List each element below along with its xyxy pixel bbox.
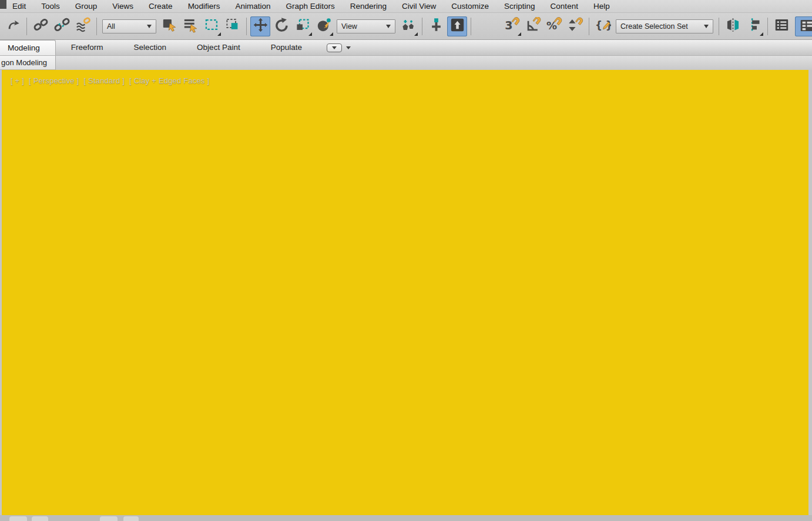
select-object-icon [162,17,177,35]
rectangular-selection-region-button[interactable] [202,16,222,36]
coordinate-system-value: View [341,22,357,31]
menu-tools[interactable]: Tools [33,1,68,12]
redo-button[interactable] [3,16,23,36]
select-and-move-button[interactable] [250,16,270,36]
status-strip-bump [123,516,139,521]
unlink-selection-button[interactable] [52,16,72,36]
rotate-icon [274,17,290,35]
ribbon-tab-modeling[interactable]: Modeling [0,40,56,55]
space-warp-icon [75,17,91,35]
ribbon-toggle-icon [798,18,812,36]
snaps-toggle-3d-button[interactable]: 3 [502,16,522,36]
percent-snap-icon: % [546,17,562,35]
svg-text:{ }: { } [595,19,611,31]
status-strip-bump [100,516,118,521]
toolbar-separator [246,18,247,35]
keyboard-shortcut-override-toggle-button[interactable] [447,16,467,36]
status-strip-bump [9,516,27,521]
angle-snap-toggle-button[interactable] [523,16,543,36]
viewport-active-border [2,70,808,515]
select-by-name-icon [183,17,199,35]
use-pivot-point-center-button[interactable] [398,16,418,36]
chevron-down-icon [386,25,391,28]
toggle-scene-explorer-button[interactable] [771,16,791,36]
select-and-link-button[interactable] [31,16,51,36]
menu-bar: Edit Tools Group Views Create Modifiers … [0,0,812,13]
edit-named-selection-sets-button[interactable]: { } [593,16,613,36]
window-corner-fragment [0,0,6,9]
ribbon-minimize-controls [327,40,351,55]
select-and-rotate-button[interactable] [271,16,291,36]
bind-to-space-warp-button[interactable] [73,16,93,36]
toolbar-separator [26,18,27,35]
align-button[interactable] [744,16,764,36]
menu-animation[interactable]: Animation [227,1,278,12]
select-object-button[interactable] [159,16,179,36]
window-crossing-toggle-button[interactable] [223,16,243,36]
menu-help[interactable]: Help [586,1,618,12]
flyout-corner-icon [518,32,521,36]
toolbar-separator [767,18,768,35]
menu-views[interactable]: Views [105,1,141,12]
selection-filter-dropdown[interactable]: All [102,19,156,33]
ribbon-tab-populate[interactable]: Populate [256,40,317,55]
viewport-margin-right [808,70,812,515]
select-and-place-button[interactable] [314,16,334,36]
ribbon-tab-object-paint[interactable]: Object Paint [182,40,256,55]
ribbon-minimize-button[interactable] [327,43,342,52]
flyout-corner-icon [330,32,333,36]
toolbar-separator [96,18,97,35]
toggle-ribbon-button[interactable] [795,16,812,36]
selection-filter-value: All [107,22,115,31]
select-and-scale-button[interactable] [293,16,313,36]
ribbon-tab-freeform[interactable]: Freeform [56,40,119,55]
select-by-name-button[interactable] [180,16,200,36]
ribbon-tab-bar: Modeling Freeform Selection Object Paint… [0,40,812,56]
main-toolbar: All [0,13,812,40]
reference-coordinate-system-dropdown[interactable]: View [337,19,395,33]
menu-create[interactable]: Create [141,1,180,12]
polygon-modeling-panel-tab[interactable]: gon Modeling [0,56,56,70]
menu-content[interactable]: Content [543,1,586,12]
selection-set-label: Create Selection Set [620,22,688,31]
menu-graph-editors[interactable]: Graph Editors [278,1,342,12]
chevron-down-icon [332,46,337,49]
selection-sets-icon: { } [595,17,611,35]
spinner-snap-toggle-button[interactable] [565,16,585,36]
unlink-icon [54,17,70,35]
mirror-button[interactable] [723,16,743,36]
scene-explorer-icon [774,17,790,35]
menu-group[interactable]: Group [68,1,105,12]
keyboard-override-icon [449,17,465,35]
menu-scripting[interactable]: Scripting [496,1,543,12]
mirror-icon [725,17,741,35]
viewport-pov-menu[interactable]: [ Perspective ] [29,76,79,85]
move-icon [253,17,269,35]
toolbar-separator [471,18,471,35]
menu-edit[interactable]: Edit [5,1,33,12]
status-strip [0,515,812,521]
chevron-down-icon [147,25,152,28]
ribbon-options-caret[interactable] [346,46,351,49]
status-strip-bump [32,516,48,521]
viewport-shading-menu[interactable]: [ Clay + Edged Faces ] [129,76,209,85]
toolbar-separator [589,18,589,35]
toolbar-separator [422,18,422,35]
window-crossing-icon [225,17,241,35]
named-selection-set-field[interactable]: Create Selection Set [616,19,713,33]
angle-snap-icon [525,17,541,35]
link-icon [33,17,49,35]
flyout-corner-icon [308,32,312,36]
select-and-manipulate-button[interactable] [426,16,446,36]
svg-text:3: 3 [505,19,512,32]
menu-modifiers[interactable]: Modifiers [180,1,228,12]
viewport-general-menu[interactable]: [ + ] [11,76,24,85]
ribbon-tab-selection[interactable]: Selection [119,40,182,55]
menu-customize[interactable]: Customize [444,1,496,12]
menu-rendering[interactable]: Rendering [343,1,394,12]
ribbon-panel-row: gon Modeling [0,56,812,70]
toolbar-separator [719,18,719,35]
percent-snap-toggle-button[interactable]: % [544,16,564,36]
menu-civil-view[interactable]: Civil View [394,1,444,12]
viewport-renderer-menu[interactable]: [ Standard ] [83,76,125,85]
